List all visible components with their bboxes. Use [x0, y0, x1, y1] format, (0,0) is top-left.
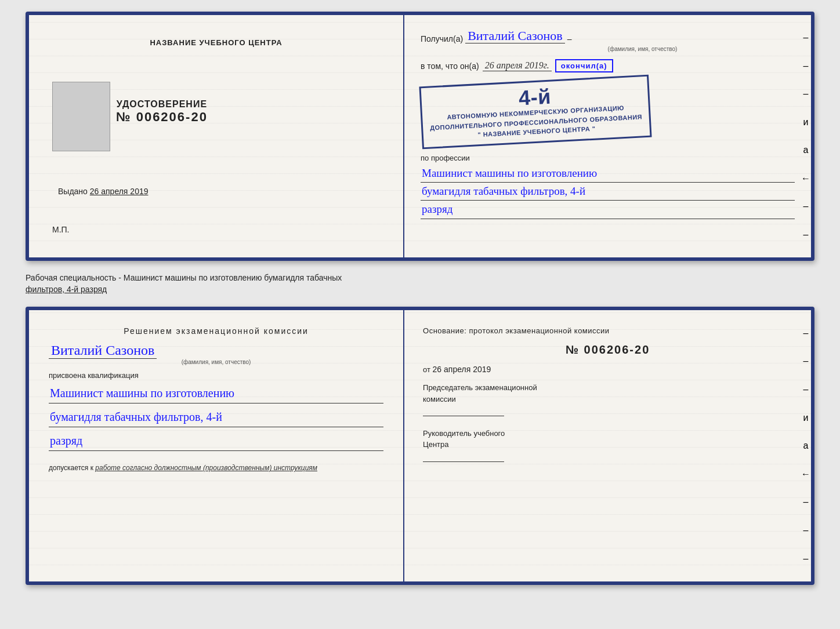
qual-line-1: Машинист машины по изготовлению: [49, 383, 383, 403]
mp-label: М.П.: [52, 225, 70, 234]
proto-number: № 006206-20: [423, 343, 792, 357]
fio-label: (фамилия, имя, отчество): [490, 46, 795, 52]
label-row: Рабочая специальность - Машинист машины …: [26, 270, 814, 297]
issue-date: 26 апреля 2019г.: [483, 60, 552, 71]
cert-right-panel: Получил(а) Виталий Сазонов – (фамилия, и…: [404, 15, 811, 257]
prof-line-2: бумагидля табачных фильтров, 4-й: [421, 183, 795, 201]
qual-line-3: разряд: [49, 431, 383, 451]
rukovoditel-block: Руководитель учебного Центра: [423, 428, 792, 466]
bottom-date: 26 апреля 2019: [433, 365, 491, 374]
side-decorations: – – – и а ← – –: [801, 15, 811, 257]
predsedatel-signature: [423, 405, 504, 416]
bottom-certificate: Решением экзаменационной комиссии Витали…: [26, 307, 814, 585]
rukovoditel-signature: [423, 450, 504, 462]
prof-line-1: Машинист машины по изготовлению: [421, 165, 795, 183]
poluchil-row: Получил(а) Виталий Сазонов –: [421, 29, 795, 43]
cert-issued: Выдано 26 апреля 2019: [58, 187, 149, 196]
photo-placeholder: [52, 82, 110, 151]
top-certificate: НАЗВАНИЕ УЧЕБНОГО ЦЕНТРА УДОСТОВЕРЕНИЕ №…: [26, 12, 814, 261]
bottom-right-panel: Основание: протокол экзаменационной коми…: [404, 310, 811, 581]
cert-number: № 006206-20: [116, 110, 208, 125]
prof-line-3: разряд: [421, 201, 795, 219]
dopuskaetsya-block: допускается к работе согласно должностны…: [49, 464, 383, 472]
center-heading: НАЗВАНИЕ УЧЕБНОГО ЦЕНТРА: [150, 38, 282, 47]
cert-left-panel: НАЗВАНИЕ УЧЕБНОГО ЦЕНТРА УДОСТОВЕРЕНИЕ №…: [29, 15, 404, 257]
stamp-block: 4-й АВТОНОМНУЮ НЕКОММЕРЧЕСКУЮ ОРГАНИЗАЦИ…: [419, 75, 651, 149]
bottom-left-panel: Решением экзаменационной комиссии Витали…: [29, 310, 404, 581]
okončil-badge: окончил(а): [555, 59, 613, 72]
komissia-heading: Решением экзаменационной комиссии: [49, 326, 383, 336]
predsedatel-block: Председатель экзаменационной комиссии: [423, 382, 792, 420]
label-underline: фильтров, 4-й разряд: [26, 285, 107, 294]
ot-date: от 26 апреля 2019: [423, 365, 792, 374]
cert-number-block: УДОСТОВЕРЕНИЕ № 006206-20: [116, 99, 208, 125]
po-professii: по профессии: [421, 154, 795, 162]
recipient-name: Виталий Сазонов: [465, 29, 564, 43]
vtom-row: в том, что он(а) 26 апреля 2019г. окончи…: [421, 59, 795, 72]
osnovanie-label: Основание: протокол экзаменационной коми…: [423, 326, 792, 335]
bottom-fio-label: (фамилия, имя, отчество): [49, 359, 383, 365]
prisvoena-label: присвоена квалификация: [49, 371, 383, 380]
bottom-side-decorations: – – – и а ← – – –: [801, 310, 811, 581]
qual-line-2: бумагидля табачных фильтров, 4-й: [49, 407, 383, 427]
fio-name-block: Виталий Сазонов (фамилия, имя, отчество): [49, 343, 383, 365]
bottom-recipient-name: Виталий Сазонов: [49, 343, 157, 359]
stamp-area: 4-й АВТОНОМНУЮ НЕКОММЕРЧЕСКУЮ ОРГАНИЗАЦИ…: [421, 76, 795, 148]
udost-label: УДОСТОВЕРЕНИЕ: [116, 99, 208, 110]
dopusk-text: работе согласно должностным (производств…: [95, 464, 317, 472]
